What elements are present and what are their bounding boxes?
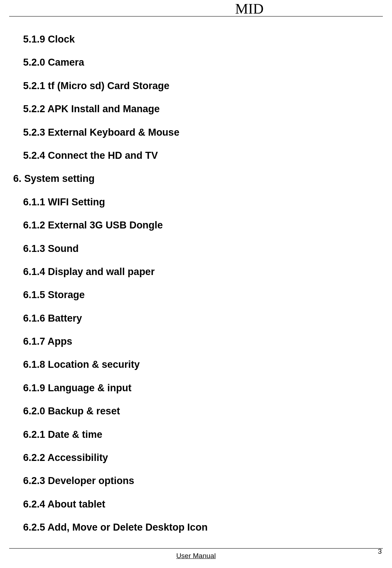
toc-entry: 6.2.2 Accessibility xyxy=(23,452,379,463)
toc-entry: 5.2.0 Camera xyxy=(23,56,379,68)
toc-entry: 6.1.4 Display and wall paper xyxy=(23,266,379,278)
toc-entry: 6.1.7 Apps xyxy=(23,336,379,347)
toc-entry: 5.2.3 External Keyboard & Mouse xyxy=(23,127,379,138)
toc-entry: 6.2.3 Developer options xyxy=(23,475,379,487)
toc-entry: 6.1.1 WIFI Setting xyxy=(23,196,379,208)
toc-entry: 6.1.2 External 3G USB Dongle xyxy=(23,219,379,231)
toc-entry: 6.1.8 Location & security xyxy=(23,359,379,370)
toc-entry: 5.2.2 APK Install and Manage xyxy=(23,103,379,115)
toc-entry: 5.2.1 tf (Micro sd) Card Storage xyxy=(23,80,379,92)
toc-entry: 6.1.5 Storage xyxy=(23,289,379,301)
toc-entry: 6.1.6 Battery xyxy=(23,312,379,324)
toc-content: 5.1.9 Clock 5.2.0 Camera 5.2.1 tf (Micro… xyxy=(13,22,379,534)
toc-entry: 6.1.3 Sound xyxy=(23,243,379,254)
toc-section-heading: 6. System setting xyxy=(13,173,379,184)
toc-entry: 6.2.4 About tablet xyxy=(23,498,379,510)
footer-label: User Manual xyxy=(0,552,392,560)
toc-entry: 5.2.4 Connect the HD and TV xyxy=(23,150,379,161)
toc-entry: 6.2.1 Date & time xyxy=(23,429,379,440)
toc-entry: 5.1.9 Clock xyxy=(23,33,379,45)
toc-entry: 6.1.9 Language & input xyxy=(23,382,379,394)
page-number: 3 xyxy=(378,547,382,556)
bottom-rule xyxy=(9,548,383,549)
toc-entry: 6.2.5 Add, Move or Delete Desktop Icon xyxy=(23,521,379,533)
top-rule xyxy=(9,16,383,17)
header-title: MID xyxy=(235,0,264,17)
toc-entry: 6.2.0 Backup & reset xyxy=(23,405,379,417)
